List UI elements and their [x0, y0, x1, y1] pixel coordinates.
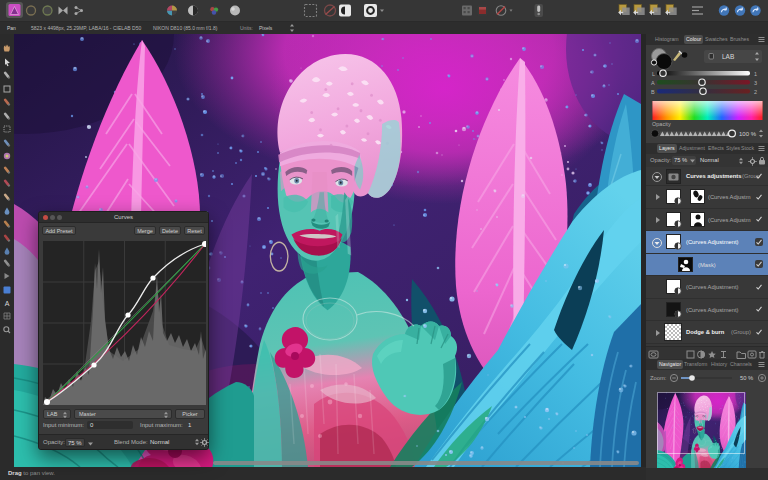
svg-text:A: A: [651, 80, 655, 86]
svg-text:1: 1: [754, 71, 757, 77]
svg-text:B: B: [651, 89, 655, 95]
svg-text:LAB: LAB: [722, 53, 734, 60]
svg-text:2: 2: [754, 89, 757, 95]
svg-text:A: A: [5, 300, 10, 307]
svg-text:3: 3: [754, 80, 757, 86]
svg-text:100 %: 100 %: [739, 131, 757, 137]
svg-text:L: L: [652, 71, 655, 77]
